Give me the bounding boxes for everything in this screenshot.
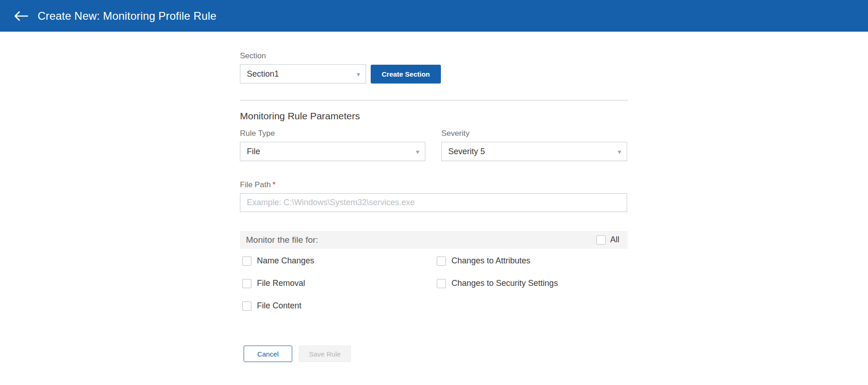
section-row: Section1 ▾ Create Section (240, 64, 628, 84)
file-path-field: File Path* (240, 180, 628, 212)
checkbox-icon[interactable] (242, 257, 251, 266)
page-title: Create New: Monitoring Profile Rule (38, 10, 217, 22)
checkbox-name-changes[interactable]: Name Changes (242, 256, 437, 266)
severity-select[interactable]: Severity 5 ▾ (441, 142, 627, 161)
checkbox-label: File Content (257, 301, 301, 311)
rule-type-select-value: File (247, 147, 260, 156)
required-asterisk: * (273, 180, 276, 189)
monitor-heading: Monitor the file for: (246, 235, 318, 245)
section-select-value: Section1 (247, 69, 279, 79)
checkbox-file-removal[interactable]: File Removal (242, 279, 437, 288)
rule-type-severity-row: Rule Type File ▾ Severity Severity 5 ▾ (240, 129, 628, 161)
checkbox-icon[interactable] (437, 279, 446, 288)
rule-type-select[interactable]: File ▾ (240, 142, 425, 161)
monitor-options-grid: Name Changes Changes to Attributes File … (242, 256, 628, 311)
checkbox-all-label: All (610, 235, 619, 245)
create-section-button[interactable]: Create Section (371, 65, 441, 84)
section-label: Section (240, 51, 628, 61)
section-select[interactable]: Section1 ▾ (240, 64, 366, 84)
chevron-down-icon: ▾ (356, 71, 360, 78)
checkbox-icon[interactable] (242, 279, 251, 288)
severity-field: Severity Severity 5 ▾ (441, 129, 627, 161)
checkbox-file-content[interactable]: File Content (242, 301, 437, 311)
arrow-left-icon (14, 11, 28, 21)
back-button[interactable] (11, 6, 31, 26)
checkbox-changes-to-security-settings[interactable]: Changes to Security Settings (437, 279, 628, 288)
checkbox-label: Changes to Security Settings (451, 279, 558, 288)
severity-select-value: Severity 5 (448, 147, 485, 156)
file-path-input[interactable] (240, 193, 627, 212)
chevron-down-icon: ▾ (416, 148, 419, 155)
header: Create New: Monitoring Profile Rule (0, 0, 868, 32)
form-actions: Cancel Save Rule (244, 346, 628, 362)
parameters-heading: Monitoring Rule Parameters (240, 111, 628, 122)
divider (240, 100, 628, 100)
chevron-down-icon: ▾ (618, 148, 621, 155)
rule-type-field: Rule Type File ▾ (240, 129, 425, 161)
checkbox-icon[interactable] (242, 301, 251, 311)
checkbox-label: Name Changes (257, 256, 314, 266)
checkbox-label: File Removal (257, 279, 305, 288)
file-path-label: File Path* (240, 180, 628, 190)
monitor-section-bar: Monitor the file for: All (240, 231, 628, 249)
checkbox-label: Changes to Attributes (451, 256, 530, 266)
rule-form: Section Section1 ▾ Create Section Monito… (240, 51, 628, 362)
checkbox-icon[interactable] (596, 235, 606, 245)
checkbox-changes-to-attributes[interactable]: Changes to Attributes (437, 256, 628, 266)
severity-label: Severity (441, 129, 627, 138)
save-rule-button[interactable]: Save Rule (299, 346, 351, 362)
file-path-label-text: File Path (240, 180, 271, 189)
checkbox-icon[interactable] (437, 257, 446, 266)
checkbox-all[interactable]: All (596, 235, 619, 245)
cancel-button[interactable]: Cancel (244, 346, 292, 362)
rule-type-label: Rule Type (240, 129, 425, 138)
